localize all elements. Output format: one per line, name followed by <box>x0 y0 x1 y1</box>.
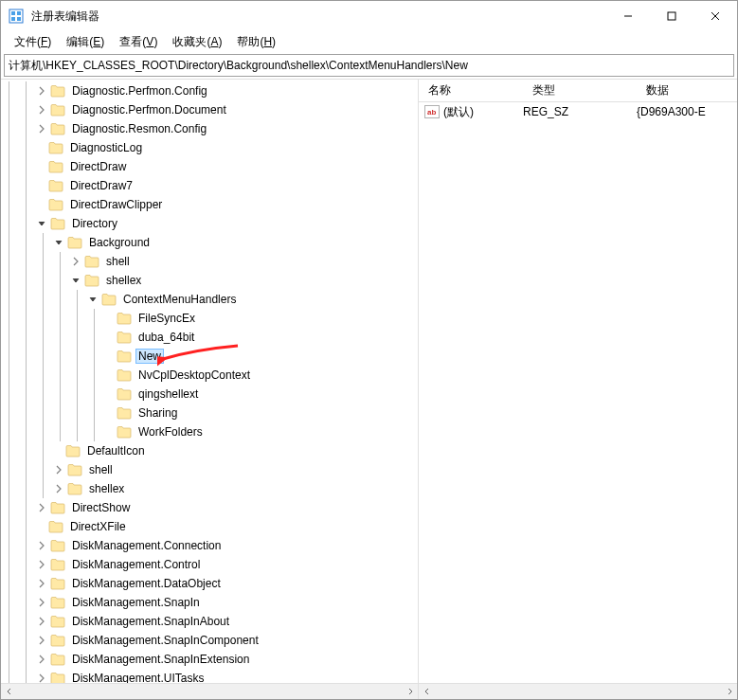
chevron-right-icon[interactable] <box>35 558 48 571</box>
tree-node[interactable]: DiskManagement.SnapInAbout <box>1 612 418 631</box>
tree-node[interactable]: DirectDrawClipper <box>1 195 418 214</box>
column-type[interactable]: 类型 <box>523 80 637 101</box>
maximize-button[interactable] <box>650 1 693 31</box>
folder-icon <box>117 350 132 363</box>
value-name: (默认) <box>443 104 523 120</box>
tree-node[interactable]: DiskManagement.SnapInExtension <box>1 650 418 669</box>
tree-scroll[interactable]: Diagnostic.Perfmon.ConfigDiagnostic.Perf… <box>1 80 418 699</box>
tree-node[interactable]: shell <box>1 460 418 479</box>
chevron-right-icon[interactable] <box>52 463 65 476</box>
tree-node[interactable]: ContextMenuHandlers <box>1 290 418 309</box>
tree-horizontal-scrollbar[interactable] <box>1 683 418 699</box>
scroll-right-button[interactable] <box>721 684 737 700</box>
menu-edit[interactable]: 编辑(E) <box>59 32 112 52</box>
folder-icon <box>67 236 82 249</box>
address-bar <box>4 54 734 77</box>
tree-node-label: Diagnostic.Perfmon.Document <box>69 102 229 117</box>
tree-node-label: Diagnostic.Perfmon.Config <box>69 83 210 99</box>
scroll-track[interactable] <box>435 684 721 700</box>
tree-node-label: ContextMenuHandlers <box>120 292 239 307</box>
tree-node-label: shellex <box>103 273 144 288</box>
chevron-right-icon[interactable] <box>35 103 48 117</box>
scroll-track[interactable] <box>17 684 402 700</box>
chevron-right-icon[interactable] <box>35 539 48 552</box>
tree-node[interactable]: DiskManagement.SnapIn <box>1 593 418 612</box>
chevron-right-icon[interactable] <box>35 577 48 590</box>
tree-node[interactable]: qingshellext <box>1 385 418 404</box>
tree-node-label: Background <box>86 235 153 250</box>
tree-node[interactable]: DiskManagement.Control <box>1 555 418 574</box>
tree-node[interactable]: Diagnostic.Perfmon.Config <box>1 81 418 100</box>
tree-node[interactable]: DiagnosticLog <box>1 138 418 157</box>
tree-node[interactable]: DirectDraw7 <box>1 176 418 195</box>
tree-node[interactable]: duba_64bit <box>1 328 418 347</box>
folder-icon <box>50 653 65 666</box>
column-name[interactable]: 名称 <box>419 80 523 101</box>
menu-help[interactable]: 帮助(H) <box>229 32 283 52</box>
tree-pane: Diagnostic.Perfmon.ConfigDiagnostic.Perf… <box>1 80 419 699</box>
folder-icon <box>50 615 65 628</box>
address-input[interactable] <box>5 57 733 74</box>
tree-node[interactable]: Diagnostic.Resmon.Config <box>1 119 418 138</box>
chevron-right-icon[interactable] <box>35 634 48 647</box>
tree-node[interactable]: shell <box>1 252 418 271</box>
tree-node-label: DiskManagement.SnapIn <box>69 595 203 610</box>
chevron-right-icon[interactable] <box>35 501 48 514</box>
tree-node[interactable]: Sharing <box>1 404 418 422</box>
close-button[interactable] <box>693 1 737 31</box>
tree-node[interactable]: DirectShow <box>1 498 418 517</box>
value-row[interactable]: ab (默认) REG_SZ {D969A300-E <box>419 102 737 121</box>
tree-node[interactable]: Diagnostic.Perfmon.Document <box>1 100 418 119</box>
tree-node-label: Directory <box>69 216 120 231</box>
tree-node[interactable]: FileSyncEx <box>1 309 418 328</box>
chevron-right-icon[interactable] <box>35 615 48 628</box>
chevron-down-icon[interactable] <box>86 293 99 306</box>
scroll-right-button[interactable] <box>402 684 418 700</box>
menu-favorites[interactable]: 收藏夹(A) <box>165 32 229 52</box>
tree-node[interactable]: DiskManagement.DataObject <box>1 574 418 593</box>
tree-node[interactable]: WorkFolders <box>1 422 418 441</box>
chevron-right-icon[interactable] <box>35 653 48 666</box>
chevron-right-icon[interactable] <box>35 84 48 98</box>
menubar: 文件(F) 编辑(E) 查看(V) 收藏夹(A) 帮助(H) <box>1 31 737 52</box>
tree-node[interactable]: DirectDraw <box>1 157 418 176</box>
folder-icon <box>117 425 132 439</box>
content-area: Diagnostic.Perfmon.ConfigDiagnostic.Perf… <box>1 79 737 699</box>
menu-file[interactable]: 文件(F) <box>7 32 59 52</box>
tree-node[interactable]: DirectXFile <box>1 517 418 536</box>
tree-node[interactable]: shellex <box>1 271 418 290</box>
chevron-right-icon[interactable] <box>52 482 65 495</box>
tree-node[interactable]: NvCplDesktopContext <box>1 366 418 385</box>
tree-node-label: duba_64bit <box>135 330 197 345</box>
tree-node[interactable]: Background <box>1 233 418 252</box>
tree-node[interactable]: DiskManagement.SnapInComponent <box>1 631 418 650</box>
scroll-left-button[interactable] <box>1 684 17 700</box>
tree-node-label: New <box>135 349 164 364</box>
folder-icon <box>50 84 65 98</box>
minimize-button[interactable] <box>606 1 650 31</box>
folder-icon <box>67 482 82 495</box>
folder-icon <box>50 558 65 571</box>
chevron-down-icon[interactable] <box>69 274 82 287</box>
chevron-right-icon[interactable] <box>35 596 48 609</box>
tree-node-label: qingshellext <box>135 386 201 402</box>
tree-node[interactable]: DefaultIcon <box>1 441 418 460</box>
chevron-down-icon[interactable] <box>52 236 65 249</box>
list-horizontal-scrollbar[interactable] <box>419 683 737 699</box>
titlebar[interactable]: 注册表编辑器 <box>1 1 737 31</box>
tree-node[interactable]: DiskManagement.Connection <box>1 536 418 555</box>
tree-node[interactable]: New <box>1 347 418 366</box>
scroll-left-button[interactable] <box>419 684 435 700</box>
list-body: ab (默认) REG_SZ {D969A300-E <box>419 102 737 121</box>
menu-view[interactable]: 查看(V) <box>112 32 165 52</box>
tree-node[interactable]: Directory <box>1 214 418 233</box>
column-data[interactable]: 数据 <box>637 80 737 101</box>
tree-node[interactable]: shellex <box>1 479 418 498</box>
chevron-right-icon[interactable] <box>35 122 48 135</box>
tree-node-label: DirectShow <box>69 500 133 515</box>
tree-node-label: DiskManagement.SnapInAbout <box>69 614 232 629</box>
tree-node-label: Diagnostic.Resmon.Config <box>69 121 209 136</box>
tree-node-label: NvCplDesktopContext <box>135 368 253 383</box>
chevron-right-icon[interactable] <box>69 255 82 268</box>
chevron-down-icon[interactable] <box>35 217 48 230</box>
